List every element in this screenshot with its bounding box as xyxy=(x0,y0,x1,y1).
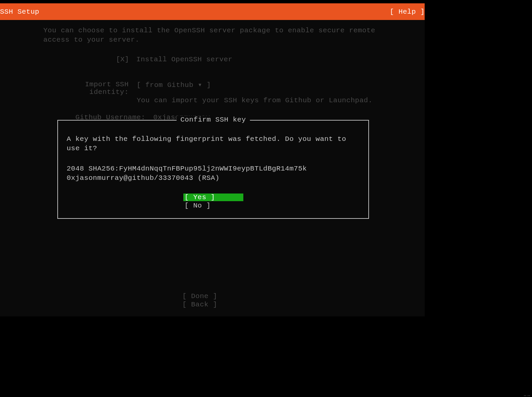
no-button[interactable]: [ No ] xyxy=(183,202,243,209)
ssh-fingerprint: 2048 SHA256:FyHM4dnNqqTnFBPup95lj2nWWI9e… xyxy=(67,164,360,183)
resize-grip-icon: ⣀⣀ xyxy=(523,391,530,396)
checkbox-label: Install OpenSSH server xyxy=(136,56,232,63)
dialog-question: A key with the following fingerprint was… xyxy=(67,135,360,154)
back-button[interactable]: [ Back ] xyxy=(182,301,242,308)
done-button[interactable]: [ Done ] xyxy=(182,292,242,300)
main-content: You can choose to install the OpenSSH se… xyxy=(0,20,425,121)
fingerprint-line1: 2048 SHA256:FyHM4dnNqqTnFBPup95lj2nWWI9e… xyxy=(67,164,360,174)
dialog-title: Confirm SSH key xyxy=(176,116,250,124)
header: SSH Setup [ Help ] xyxy=(0,3,425,20)
import-identity-hint: You can import your SSH keys from Github… xyxy=(137,97,381,104)
fingerprint-line2: 0xjasonmurray@github/33370043 (RSA) xyxy=(67,174,360,183)
import-identity-label: Import SSH identity: xyxy=(43,81,137,96)
yes-button[interactable]: [ Yes ] xyxy=(183,194,243,201)
page-title: SSH Setup xyxy=(0,8,39,16)
checkbox-mark: [X] xyxy=(116,56,132,63)
footer-buttons: [ Done ] [ Back ] xyxy=(182,292,242,308)
confirm-ssh-key-dialog: Confirm SSH key A key with the following… xyxy=(57,120,369,219)
intro-text: You can choose to install the OpenSSH se… xyxy=(43,26,381,45)
import-identity-dropdown[interactable]: [ from Github ▾ ] xyxy=(137,81,381,96)
help-button[interactable]: [ Help ] xyxy=(390,8,425,16)
install-openssh-checkbox[interactable]: [X] Install OpenSSH server xyxy=(116,56,381,63)
